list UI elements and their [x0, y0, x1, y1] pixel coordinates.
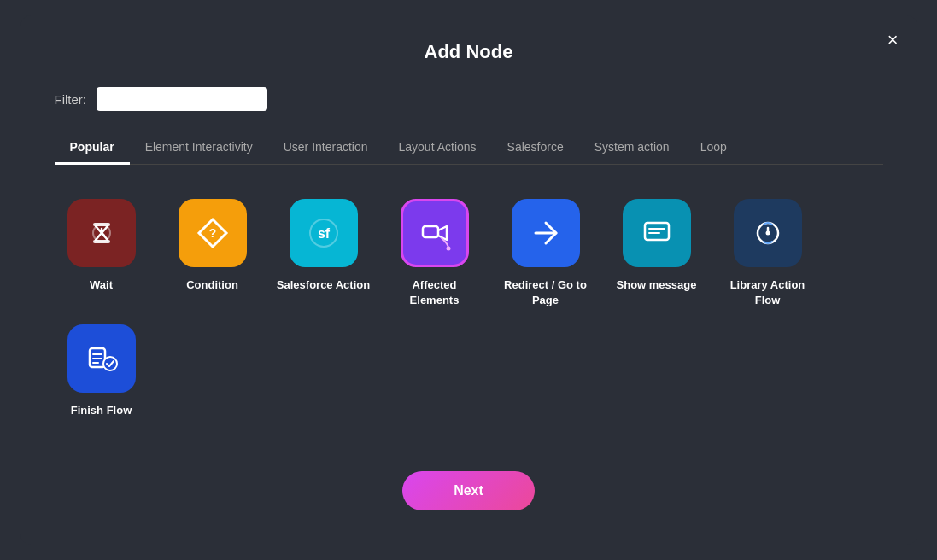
- svg-text:?: ?: [208, 226, 216, 240]
- node-icon-redirect: [512, 199, 580, 267]
- node-label-salesforce-action: Salesforce Action: [277, 277, 370, 293]
- next-button[interactable]: Next: [402, 471, 535, 510]
- close-button[interactable]: ×: [887, 31, 899, 50]
- tab-loop[interactable]: Loop: [685, 131, 742, 165]
- node-label-redirect: Redirect / Go to Page: [499, 277, 593, 307]
- node-icon-salesforce-action: sf: [290, 199, 358, 267]
- node-label-affected-elements: Affected Elements: [388, 277, 482, 307]
- node-icon-condition: ?: [179, 199, 247, 267]
- node-library-action-flow[interactable]: Library Action Flow: [721, 199, 815, 307]
- node-label-show-message: Show message: [617, 277, 697, 293]
- node-salesforce-action[interactable]: sf Salesforce Action: [277, 199, 371, 307]
- node-icon-library-action-flow: [734, 199, 802, 267]
- svg-rect-7: [423, 226, 438, 237]
- add-node-modal: × Add Node Filter: PopularElement Intera…: [20, 15, 917, 545]
- node-wait[interactable]: Wait: [55, 199, 149, 307]
- tab-system-action[interactable]: System action: [579, 131, 685, 165]
- tabs-bar: PopularElement InteractivityUser Interac…: [55, 131, 883, 165]
- node-icon-show-message: [623, 199, 691, 267]
- node-finish-flow[interactable]: Finish Flow: [55, 324, 149, 418]
- node-label-condition: Condition: [186, 277, 238, 293]
- tab-element-interactivity[interactable]: Element Interactivity: [130, 131, 268, 165]
- nodes-grid: Wait ? Condition sf Salesforce Action Af…: [55, 190, 883, 435]
- svg-point-18: [103, 357, 117, 370]
- node-label-finish-flow: Finish Flow: [71, 403, 132, 418]
- node-condition[interactable]: ? Condition: [166, 199, 260, 307]
- node-icon-finish-flow: [67, 324, 136, 393]
- filter-row: Filter:: [55, 87, 883, 111]
- svg-point-8: [446, 247, 450, 251]
- svg-point-13: [765, 231, 770, 236]
- svg-rect-9: [645, 223, 669, 240]
- tab-layout-actions[interactable]: Layout Actions: [384, 131, 492, 165]
- node-redirect[interactable]: Redirect / Go to Page: [499, 199, 593, 307]
- tab-salesforce[interactable]: Salesforce: [492, 131, 579, 165]
- modal-title: Add Node: [55, 41, 883, 63]
- tab-popular[interactable]: Popular: [55, 131, 130, 165]
- node-affected-elements[interactable]: Affected Elements: [388, 199, 482, 307]
- node-label-wait: Wait: [90, 277, 113, 293]
- node-label-library-action-flow: Library Action Flow: [721, 277, 815, 307]
- svg-text:sf: sf: [317, 226, 330, 241]
- filter-label: Filter:: [55, 92, 87, 107]
- node-show-message[interactable]: Show message: [610, 199, 704, 307]
- node-icon-wait: [67, 199, 136, 267]
- filter-input[interactable]: [97, 87, 267, 111]
- node-icon-affected-elements: [401, 199, 469, 267]
- tab-user-interaction[interactable]: User Interaction: [268, 131, 384, 165]
